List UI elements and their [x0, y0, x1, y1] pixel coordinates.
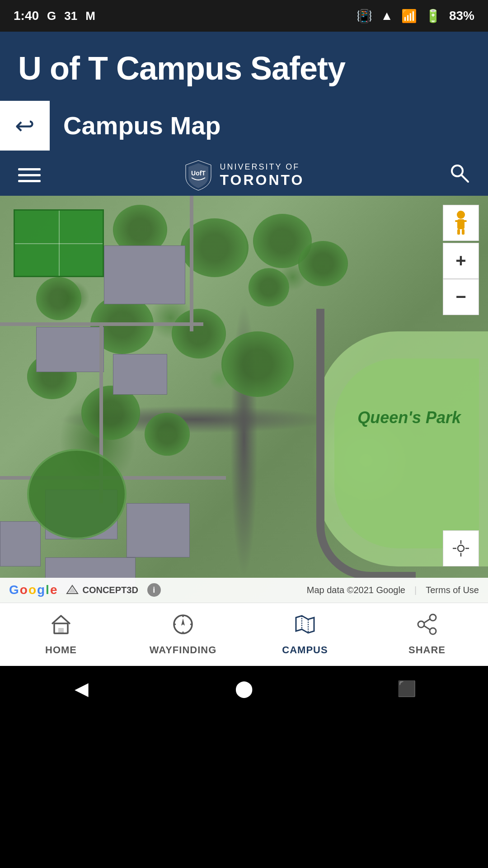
map-toolbar: UofT UNIVERSITY OF TORONTO: [0, 155, 488, 196]
share-icon: [416, 613, 438, 641]
nav-label-wayfinding: WAYFINDING: [150, 644, 217, 656]
system-recents-icon: ⬛: [397, 679, 416, 698]
page-title-row: ↩ Campus Map: [0, 101, 488, 155]
info-label: i: [153, 585, 155, 595]
svg-line-28: [424, 626, 430, 630]
campus-building: [127, 503, 190, 557]
search-button[interactable]: [448, 162, 470, 189]
svg-point-26: [430, 628, 436, 634]
oval-park: [27, 449, 127, 539]
university-name-block: UNIVERSITY OF TORONTO: [220, 162, 305, 189]
nav-label-share: SHARE: [408, 644, 446, 656]
svg-text:UofT: UofT: [191, 170, 206, 177]
status-bar: 1:40 G 31 M 📳 ▲ 📶 🔋 83%: [0, 0, 488, 32]
map-attribution: G o o g l e CONCEPT3D i Map data ©2021 G…: [0, 578, 488, 603]
svg-rect-7: [457, 229, 460, 235]
svg-point-1: [452, 165, 463, 176]
sports-field: [14, 209, 104, 277]
campus-map-icon: [294, 613, 316, 641]
map-container[interactable]: Queen's Park + −: [0, 196, 488, 603]
info-icon[interactable]: i: [147, 583, 161, 597]
terms-of-use-link[interactable]: Terms of Use: [426, 585, 479, 595]
nav-label-home: HOME: [45, 644, 77, 656]
home-icon: [50, 613, 72, 641]
back-arrow-icon: ↩: [15, 112, 35, 139]
email-icon: M: [85, 9, 95, 23]
zoom-out-label: −: [455, 287, 466, 307]
status-right: 📳 ▲ 📶 🔋 83%: [357, 9, 474, 24]
system-back-icon: ◀: [75, 678, 89, 699]
nav-item-share[interactable]: SHARE: [366, 603, 488, 666]
nav-item-wayfinding[interactable]: WAYFINDING: [122, 603, 244, 666]
road: [190, 196, 193, 331]
tree-cluster: [172, 309, 226, 359]
tree-cluster: [298, 241, 348, 286]
tree-cluster: [249, 268, 289, 307]
my-location-button[interactable]: [443, 530, 479, 566]
curved-road: [316, 309, 416, 580]
bottom-navigation: HOME WAYFINDING CAMPUS: [0, 603, 488, 666]
svg-line-27: [424, 619, 430, 623]
tree-cluster: [36, 277, 81, 320]
zoom-in-label: +: [455, 250, 466, 271]
nav-item-home[interactable]: HOME: [0, 603, 122, 666]
concept3d-text: CONCEPT3D: [82, 585, 138, 595]
shield-icon: UofT: [185, 160, 212, 191]
google-o1: o: [20, 583, 28, 597]
vibrate-icon: 📳: [357, 9, 372, 24]
campus-building: [36, 327, 104, 372]
svg-rect-8: [462, 229, 465, 235]
system-home-icon: ⬤: [235, 679, 253, 698]
campus-building: [0, 521, 41, 566]
campus-building: [104, 245, 185, 304]
svg-line-2: [462, 175, 468, 182]
google-logo: G o o g l e: [9, 583, 57, 597]
battery-percentage: 83%: [449, 9, 474, 23]
status-left: 1:40 G 31 M: [14, 9, 95, 23]
battery-icon: 🔋: [425, 9, 441, 24]
svg-point-3: [457, 211, 465, 219]
signal-icon: 📶: [401, 9, 417, 24]
hamburger-line-3: [18, 180, 41, 182]
system-home-button[interactable]: ⬤: [228, 673, 260, 704]
page-title: Campus Map: [63, 111, 221, 140]
system-back-button[interactable]: ◀: [66, 673, 97, 704]
hamburger-line-1: [18, 168, 41, 170]
nav-item-campus[interactable]: CAMPUS: [244, 603, 366, 666]
svg-rect-6: [462, 220, 467, 222]
university-label-large: TORONTO: [220, 172, 305, 189]
zoom-in-button[interactable]: +: [443, 243, 479, 279]
svg-rect-5: [455, 220, 460, 222]
svg-point-9: [458, 545, 464, 552]
menu-icon[interactable]: [18, 168, 41, 182]
map-controls: + −: [443, 205, 479, 315]
zoom-out-button[interactable]: −: [443, 279, 479, 315]
university-label-small: UNIVERSITY OF: [220, 162, 300, 172]
svg-point-25: [418, 621, 424, 627]
status-time: 1:40: [14, 9, 39, 23]
google-icon: G: [47, 9, 56, 23]
google-o2: o: [28, 583, 36, 597]
tree-cluster: [145, 413, 190, 456]
concept3d-logo: CONCEPT3D: [66, 585, 138, 595]
university-logo: UofT UNIVERSITY OF TORONTO: [185, 160, 305, 191]
hamburger-line-2: [18, 174, 41, 176]
google-g2: g: [37, 583, 45, 597]
app-title: U of T Campus Safety: [18, 50, 470, 87]
wayfinding-icon: [172, 613, 194, 641]
system-recents-button[interactable]: ⬛: [391, 673, 422, 704]
terms-divider: |: [414, 585, 417, 595]
svg-marker-23: [181, 618, 185, 626]
system-navigation-bar: ◀ ⬤ ⬛: [0, 666, 488, 711]
app-header: U of T Campus Safety: [0, 32, 488, 101]
svg-rect-17: [58, 628, 64, 633]
calendar-icon: 31: [64, 9, 77, 23]
tree-cluster: [221, 331, 294, 397]
back-button[interactable]: ↩: [0, 101, 50, 151]
svg-point-24: [430, 614, 436, 621]
campus-building: [113, 354, 167, 395]
map-data-attribution: Map data ©2021 Google: [307, 585, 405, 595]
wifi-icon: ▲: [380, 9, 393, 23]
street-view-button[interactable]: [443, 205, 479, 241]
google-g: G: [9, 583, 19, 597]
